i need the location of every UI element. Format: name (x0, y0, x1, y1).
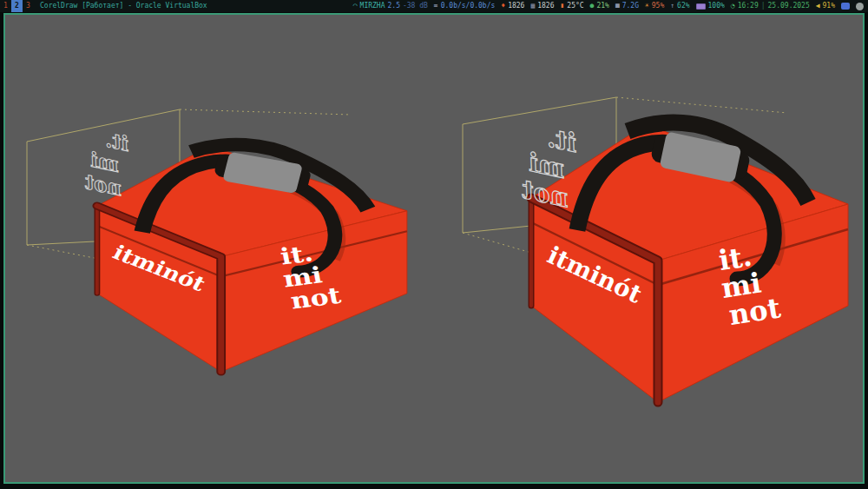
disk-value: 7.2G (622, 0, 639, 12)
wifi-icon: ◠ (353, 0, 358, 12)
brightness-segment: ☀ 95% (645, 0, 664, 12)
workspace-1[interactable]: 1 (0, 0, 11, 12)
tray-app-icon[interactable] (856, 3, 864, 10)
window-title: CorelDraw [Работает] - Oracle VirtualBox (40, 0, 207, 12)
cpu-load-segment: ● 21% (590, 0, 609, 12)
artwork-scene: itminót it. mi not it. mi not it. mi not (0, 0, 868, 489)
upload-icon: ↑ (670, 0, 674, 12)
cpu-freq-segment: ♦ 1826 (501, 0, 524, 12)
delivery-bag-left[interactable] (97, 144, 407, 372)
clock-segment: ◔ 16:29 | 25.09.2025 (731, 0, 810, 12)
disk-icon: ■ (615, 0, 620, 12)
battery-icon (696, 3, 706, 10)
thermometer-icon: ▮ (561, 0, 565, 12)
status-segments: ◠ MIRZHA 2.5 -38 dB ≡ 0.0b/s/0.0b/s ♦ 18… (353, 0, 868, 12)
network-icon: ≡ (434, 0, 438, 12)
memory-value: 1826 (537, 0, 554, 12)
time-value: 16:29 (738, 0, 759, 12)
status-bar: 1 2 3 CorelDraw [Работает] - Oracle Virt… (0, 0, 868, 12)
wifi-signal: -38 dB (403, 0, 428, 12)
clock-separator: | (761, 0, 766, 12)
wireframe-hidden-edge (180, 109, 351, 115)
wireframe-hidden-edge (616, 97, 787, 113)
cpu-icon: ♦ (501, 0, 505, 12)
disk-segment: ■ 7.2G (615, 0, 639, 12)
cpu-load-value: 21% (596, 0, 608, 12)
date-value: 25.09.2025 (768, 0, 810, 12)
battery-segment: 100% (696, 0, 725, 12)
temperature-segment: ▮ 25°C (561, 0, 584, 12)
ghost-logo-left[interactable]: it. mi not (82, 125, 135, 201)
wifi-segment: ◠ MIRZHA 2.5 -38 dB (353, 0, 428, 12)
wifi-ssid: MIRZHA (360, 0, 385, 12)
brightness-icon: ☀ (645, 0, 649, 12)
volume-value: 91% (823, 0, 835, 12)
network-speed-segment: ≡ 0.0b/s/0.0b/s (434, 0, 495, 12)
upload-segment: ↑ 62% (670, 0, 689, 12)
battery-value: 100% (708, 0, 725, 12)
memory-segment: ▦ 1826 (530, 0, 554, 12)
cpu-freq: 1826 (508, 0, 524, 12)
upload-value: 62% (677, 0, 689, 12)
workspace-3[interactable]: 3 (23, 0, 34, 12)
volume-icon: ◀ (816, 0, 820, 12)
network-speed: 0.0b/s/0.0b/s (441, 0, 496, 12)
workspace-2-active[interactable]: 2 (11, 0, 23, 12)
tray-keyboard-layout-icon[interactable] (841, 3, 850, 10)
volume-segment: ◀ 91% (816, 0, 835, 12)
clock-icon: ◔ (731, 0, 735, 12)
brightness-value: 95% (652, 0, 664, 12)
wifi-freq: 2.5 (388, 0, 400, 12)
temperature-value: 25°C (567, 0, 583, 12)
memory-icon: ▦ (530, 0, 535, 12)
cpu-load-icon: ● (590, 0, 595, 12)
delivery-bag-right[interactable] (531, 122, 848, 402)
